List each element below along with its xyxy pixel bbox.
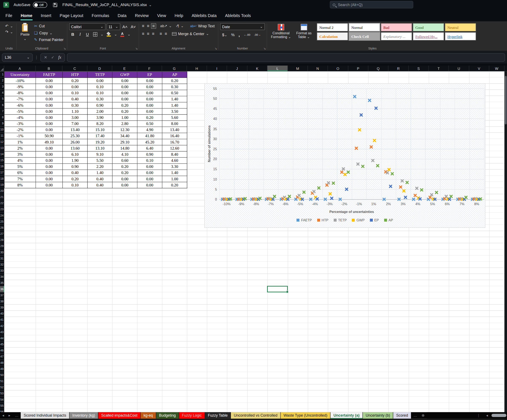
table-cell[interactable]: 6.40: [137, 145, 162, 151]
menu-tab-view[interactable]: View: [153, 10, 170, 21]
row-header-14[interactable]: 14: [0, 151, 4, 157]
table-cell[interactable]: 0.00: [113, 90, 137, 96]
grow-font-button[interactable]: A˄: [121, 24, 128, 29]
table-cell[interactable]: 0.40: [63, 170, 88, 176]
row-header-41[interactable]: 41: [0, 317, 4, 323]
row-header-15[interactable]: 15: [0, 157, 4, 164]
table-cell[interactable]: 0.00: [36, 176, 63, 182]
table-cell[interactable]: 1.40: [162, 170, 187, 176]
style-chip-check-cell[interactable]: Check Cell: [349, 32, 380, 40]
column-header-A[interactable]: A: [4, 66, 35, 72]
menu-tab-home[interactable]: Home: [16, 10, 36, 21]
cancel-icon[interactable]: ✕: [44, 55, 47, 60]
table-header-cell[interactable]: HTP: [63, 72, 88, 78]
table-header-cell[interactable]: Uncertainty: [4, 72, 36, 78]
table-cell[interactable]: 0.00: [137, 78, 162, 84]
table-cell[interactable]: 7%: [4, 176, 36, 182]
table-cell[interactable]: 0.10: [88, 90, 113, 96]
style-chip-followed-hy-[interactable]: Followed Hy...: [413, 32, 444, 40]
align-right-icon[interactable]: ≡: [151, 31, 155, 36]
row-header-39[interactable]: 39: [0, 305, 4, 311]
number-format-select[interactable]: Date⌄: [220, 23, 265, 30]
style-chip-normal-2[interactable]: Normal 2: [317, 23, 348, 31]
row-header-35[interactable]: 35: [0, 280, 4, 286]
row-header-6[interactable]: 6: [0, 102, 4, 108]
table-cell[interactable]: 16.40: [162, 133, 187, 139]
table-cell[interactable]: 5%: [4, 164, 36, 170]
row-header-38[interactable]: 38: [0, 298, 4, 304]
font-dialog-launcher-icon[interactable]: ↘: [135, 47, 138, 50]
table-cell[interactable]: 0.40: [88, 176, 113, 182]
column-header-Q[interactable]: Q: [368, 66, 388, 72]
sheet-tab-fuzzy-logic[interactable]: Fuzzy Logic: [179, 412, 205, 419]
sheet-nav-more-icon[interactable]: …: [13, 412, 21, 419]
add-sheet-icon[interactable]: ⊕: [419, 412, 427, 419]
menu-tab-ablebits-data[interactable]: Ablebits Data: [187, 10, 221, 21]
style-chip-neutral[interactable]: Neutral: [445, 23, 476, 31]
table-cell[interactable]: 8%: [4, 182, 36, 188]
table-cell[interactable]: 0.50: [162, 90, 187, 96]
column-header-W[interactable]: W: [489, 66, 505, 72]
row-header-5[interactable]: 5: [0, 96, 4, 102]
align-middle-icon[interactable]: ≡: [146, 24, 150, 28]
comma-style-icon[interactable]: ,: [239, 32, 240, 37]
table-cell[interactable]: 12.60: [162, 145, 187, 151]
sheet-tab-uncontrolled-vs-controlled[interactable]: Uncontrolled vs Controlled: [231, 412, 280, 419]
table-cell[interactable]: 0.00: [36, 164, 63, 170]
style-chip-calculation[interactable]: Calculation: [317, 32, 348, 40]
align-center-icon[interactable]: ≡: [146, 31, 150, 36]
sheet-nav-left-icon[interactable]: ◂: [0, 412, 6, 419]
table-cell[interactable]: 7.00: [63, 121, 88, 127]
table-cell[interactable]: 0.10: [88, 84, 113, 90]
sheet-tab-kg-eq[interactable]: kg-eq: [141, 412, 156, 419]
row-header-34[interactable]: 34: [0, 274, 4, 280]
table-cell[interactable]: 1%: [4, 139, 36, 145]
row-header-13[interactable]: 13: [0, 145, 4, 151]
menu-tab-data[interactable]: Data: [113, 10, 131, 21]
row-header-37[interactable]: 37: [0, 292, 4, 298]
table-header-cell[interactable]: AP: [162, 72, 187, 78]
table-cell[interactable]: -9%: [4, 84, 36, 90]
table-cell[interactable]: 0.00: [113, 182, 137, 188]
row-header-44[interactable]: 44: [0, 335, 4, 341]
table-cell[interactable]: 3%: [4, 151, 36, 158]
table-cell[interactable]: 4%: [4, 158, 36, 164]
column-header-S[interactable]: S: [409, 66, 429, 72]
table-cell[interactable]: 0.60: [113, 158, 137, 164]
vertical-scrollbar-thumb[interactable]: [505, 76, 507, 124]
accounting-format-icon[interactable]: $⌄: [222, 32, 227, 37]
style-chip-explanatory-[interactable]: Explanatory ...: [381, 32, 412, 40]
table-cell[interactable]: 0.00: [36, 103, 63, 109]
row-header-17[interactable]: 17: [0, 170, 4, 176]
table-cell[interactable]: 0.00: [113, 84, 137, 90]
title-chevron-down-icon[interactable]: ⌄: [149, 3, 152, 7]
table-cell[interactable]: 0.00: [36, 121, 63, 127]
format-as-table-button[interactable]: Format asTable ⌄: [294, 23, 313, 46]
row-header-33[interactable]: 33: [0, 268, 4, 274]
table-cell[interactable]: 1.40: [88, 170, 113, 176]
table-cell[interactable]: -7%: [4, 96, 36, 102]
align-bottom-icon[interactable]: ≡: [151, 23, 156, 29]
table-header-cell[interactable]: GWP: [113, 72, 137, 78]
table-cell[interactable]: 0.40: [63, 96, 88, 102]
table-cell[interactable]: 2%: [4, 145, 36, 151]
row-header-55[interactable]: 55: [0, 403, 4, 409]
conditional-formatting-button[interactable]: ConditionalFormatting ⌄: [269, 23, 293, 46]
search-input[interactable]: Search (Alt+Q): [330, 1, 413, 8]
cut-button[interactable]: ✂Cut: [33, 23, 65, 29]
table-cell[interactable]: 0.00: [36, 96, 63, 102]
sheet-tab-fuzzy-table[interactable]: Fuzzy Table: [205, 412, 231, 419]
sheet-tab-scalled-impacts-cost[interactable]: Scalled impacts&Cost: [98, 412, 140, 419]
row-header-46[interactable]: 46: [0, 348, 4, 354]
percent-style-icon[interactable]: %: [231, 32, 234, 37]
row-header-23[interactable]: 23: [0, 207, 4, 213]
text-direction-icon[interactable]: ›¶: [175, 24, 180, 28]
format-painter-button[interactable]: ✎Format Painter: [33, 37, 65, 43]
table-cell[interactable]: 0.00: [113, 96, 137, 102]
sheet-nav-right-icon[interactable]: ▸: [6, 412, 13, 419]
table-cell[interactable]: 8.20: [88, 121, 113, 127]
menu-tab-page-layout[interactable]: Page Layout: [55, 10, 87, 21]
table-cell[interactable]: 0.00: [137, 182, 162, 188]
table-cell[interactable]: 34.40: [113, 133, 137, 139]
menu-tab-ablebits-tools[interactable]: Ablebits Tools: [221, 10, 255, 21]
